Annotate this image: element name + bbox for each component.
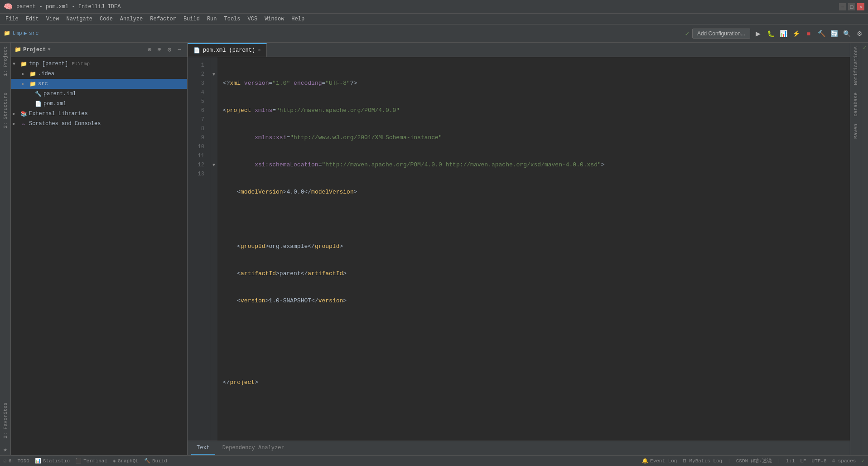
editor-tabs: 📄 pom.xml (parent) × <box>188 43 850 57</box>
status-bar-left: ☑ 6: TODO 📊 Statistic ⬛ Terminal ◈ Graph… <box>4 458 167 464</box>
tree-item-scratches[interactable]: ▶ ✏ Scratches and Consoles <box>11 119 187 129</box>
project-dropdown-icon[interactable]: ▼ <box>48 47 50 52</box>
stop-button[interactable]: ■ <box>804 29 814 39</box>
hide-panel-icon[interactable]: − <box>175 46 183 54</box>
app-icon: 🧠 <box>4 2 13 11</box>
graphql-label: GraphQL <box>118 458 139 464</box>
tree-item-idea[interactable]: ▶ 📁 .idea <box>11 69 187 79</box>
menu-window[interactable]: Window <box>261 15 288 23</box>
code-line-7: <groupId>org.example</groupId> <box>223 242 844 251</box>
toolbar-right: ✓ Add Configuration... ▶ 🐛 📊 ⚡ ■ 🔨 🔄 🔍 ⚙ <box>685 29 864 39</box>
minimize-button[interactable]: − <box>839 3 846 10</box>
menu-navigate[interactable]: Navigate <box>63 15 96 23</box>
close-button[interactable]: × <box>857 3 864 10</box>
menu-file[interactable]: File <box>2 15 22 23</box>
status-build[interactable]: 🔨 Build <box>144 458 167 464</box>
run-with-coverage-button[interactable]: 📊 <box>778 29 788 39</box>
gutter-3 <box>210 79 217 88</box>
fold-marker-12[interactable]: ▼ <box>212 163 215 168</box>
sync-button[interactable]: 🔄 <box>829 29 839 39</box>
status-lf[interactable]: LF <box>800 458 806 464</box>
line-num-4: 4 <box>189 88 208 97</box>
status-statistic[interactable]: 📊 Statistic <box>35 458 70 464</box>
sidebar-structure-label[interactable]: 2: Structure <box>1 89 10 132</box>
menu-help[interactable]: Help <box>288 15 308 23</box>
todo-icon: ☑ <box>4 458 7 464</box>
code-line-2: <project xmlns="http://maven.apache.org/… <box>223 106 844 115</box>
menu-edit[interactable]: Edit <box>22 15 43 23</box>
code-editor[interactable]: 1 2 3 4 5 6 7 8 9 10 11 12 13 ▼ <box>188 57 850 441</box>
menu-analyze[interactable]: Analyze <box>116 15 146 23</box>
graphql-icon: ◈ <box>113 458 116 464</box>
fold-marker-2[interactable]: ▼ <box>212 72 215 77</box>
sidebar-project-label[interactable]: 1: Project <box>1 43 10 80</box>
todo-label: 6: TODO <box>9 458 29 464</box>
scope-icon[interactable]: ⊞ <box>155 46 164 54</box>
code-check-icon: ✓ <box>863 44 866 51</box>
tree-arrow-external-libs: ▶ <box>13 111 18 116</box>
folder-icon-idea: 📁 <box>29 70 36 78</box>
status-indent[interactable]: 4 spaces <box>832 458 856 464</box>
menu-run[interactable]: Run <box>203 15 221 23</box>
tree-label-tmp: tmp [parent] <box>29 61 68 67</box>
gutter-11 <box>210 151 217 160</box>
gutter-2[interactable]: ▼ <box>210 70 217 79</box>
tree-item-tmp[interactable]: ▼ 📁 tmp [parent] F:\tmp <box>11 59 187 69</box>
status-mybatis-log[interactable]: 🗒 MyBatis Log <box>682 458 722 464</box>
search-everywhere-button[interactable]: 🔍 <box>842 29 852 39</box>
tree-arrow-idea: ▶ <box>22 71 27 77</box>
menu-vcs[interactable]: VCS <box>244 15 261 23</box>
status-encoding[interactable]: UTF-8 <box>812 458 827 464</box>
bottom-tab-text[interactable]: Text <box>191 442 215 455</box>
tree-arrow-scratches: ▶ <box>13 121 18 126</box>
line-numbers: 1 2 3 4 5 6 7 8 9 10 11 12 13 <box>188 57 210 441</box>
folder-icon: 📁 <box>14 46 21 53</box>
build-project-button[interactable]: 🔨 <box>816 29 826 39</box>
settings-icon[interactable]: ⚙ <box>165 46 174 54</box>
folder-icon: 📁 <box>4 30 10 37</box>
status-terminal[interactable]: ⬛ Terminal <box>75 458 107 464</box>
menu-view[interactable]: View <box>43 15 63 23</box>
menu-code[interactable]: Code <box>96 15 116 23</box>
bottom-tab-dependency[interactable]: Dependency Analyzer <box>217 442 290 455</box>
editor-tab-pom-xml[interactable]: 📄 pom.xml (parent) × <box>188 43 267 57</box>
gutter-8 <box>210 124 217 133</box>
status-graphql[interactable]: ◈ GraphQL <box>113 458 139 464</box>
settings-button[interactable]: ⚙ <box>854 29 864 39</box>
debug-button[interactable]: 🐛 <box>766 29 776 39</box>
status-event-log[interactable]: 🔔 Event Log <box>642 458 677 464</box>
right-sidebar-database[interactable]: Database <box>851 89 860 120</box>
tab-label: pom.xml (parent) <box>203 47 255 53</box>
sidebar-favorites-label[interactable]: 2: Favorites <box>1 399 10 442</box>
star-icon[interactable]: ★ <box>3 446 7 453</box>
right-sidebar-notifications[interactable]: Notifications <box>851 43 860 89</box>
tree-item-parent-iml[interactable]: 🔧 parent.iml <box>11 89 187 99</box>
menu-tools[interactable]: Tools <box>221 15 244 23</box>
tree-item-src[interactable]: ▶ 📁 src <box>11 79 187 89</box>
breadcrumb-tmp[interactable]: tmp <box>12 30 22 37</box>
build-icon: 🔨 <box>144 458 150 464</box>
status-position[interactable]: 1:1 <box>786 458 795 464</box>
tree-item-pom-xml[interactable]: 📄 pom.xml <box>11 99 187 109</box>
code-line-11 <box>223 351 844 360</box>
code-line-12: </project> <box>223 378 844 387</box>
line-num-12: 12 <box>189 160 208 170</box>
project-panel-title-text: Project <box>23 47 46 53</box>
add-module-icon[interactable]: ⊕ <box>145 46 154 54</box>
maximize-button[interactable]: □ <box>848 3 855 10</box>
tree-item-external-libs[interactable]: ▶ 📚 External Libraries <box>11 109 187 119</box>
terminal-icon: ⬛ <box>75 458 82 464</box>
add-configuration-button[interactable]: Add Configuration... <box>692 29 750 39</box>
profile-button[interactable]: ⚡ <box>791 29 801 39</box>
status-todo[interactable]: ☑ 6: TODO <box>4 458 29 464</box>
tab-close-icon[interactable]: × <box>258 48 261 53</box>
gutter-12[interactable]: ▼ <box>210 160 217 170</box>
right-sidebar-maven[interactable]: Maven <box>851 120 860 142</box>
menu-refactor[interactable]: Refactor <box>146 15 180 23</box>
code-content[interactable]: <?xml version="1.0" encoding="UTF-8"?> <… <box>217 57 850 441</box>
menu-build[interactable]: Build <box>180 15 203 23</box>
menu-bar: File Edit View Navigate Code Analyze Ref… <box>0 14 868 24</box>
breadcrumb-src[interactable]: src <box>29 30 39 37</box>
code-line-5: <modelVersion>4.0.0</modelVersion> <box>223 188 844 197</box>
run-button[interactable]: ▶ <box>753 29 763 39</box>
